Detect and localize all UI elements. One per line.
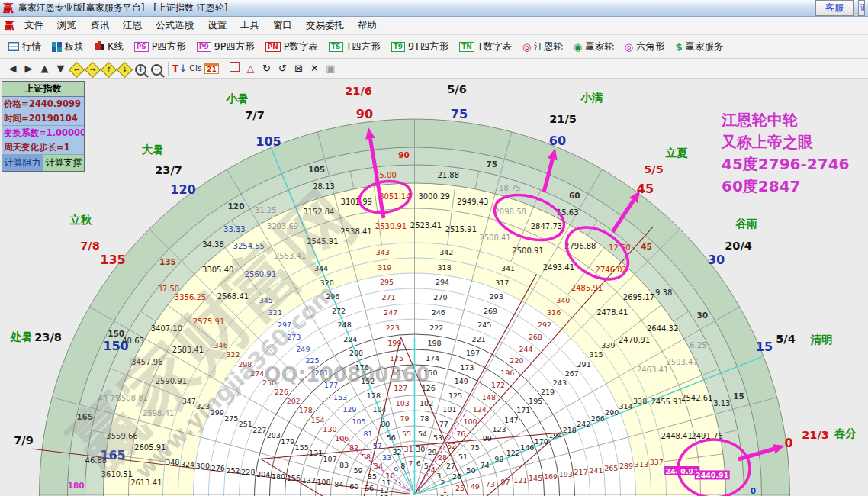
toolbar-item-t-table[interactable]: TNT数字表	[454, 35, 517, 58]
toolbar-item-gann-wheel[interactable]: ◎江恩轮	[517, 35, 568, 58]
svg-text:222: 222	[429, 324, 443, 332]
menu-工具[interactable]: 工具	[233, 19, 266, 32]
svg-text:218: 218	[563, 426, 577, 434]
menu-窗口[interactable]: 窗口	[266, 19, 299, 32]
tool-shift-up[interactable]: ↑	[101, 61, 117, 76]
svg-text:7/9: 7/9	[14, 434, 33, 446]
tool-nav-left[interactable]: ◀	[5, 61, 21, 76]
svg-text:立秋: 立秋	[69, 214, 93, 226]
svg-text:21/3: 21/3	[802, 429, 829, 441]
svg-text:276: 276	[211, 464, 225, 472]
menu-江恩[interactable]: 江恩	[116, 19, 149, 32]
toolbar-separator	[168, 62, 169, 76]
tool-nav-down[interactable]: ▼	[53, 61, 69, 76]
svg-text:150: 150	[108, 329, 124, 338]
svg-text:226: 226	[275, 388, 288, 396]
tool-box-x[interactable]: ⊠	[291, 61, 307, 76]
svg-text:266: 266	[591, 414, 605, 423]
tool-shift-left[interactable]: ←	[69, 61, 85, 76]
tool-screen[interactable]: ▣	[323, 61, 339, 76]
menu-交易委托[interactable]: 交易委托	[299, 19, 351, 32]
svg-text:169: 169	[544, 472, 558, 481]
tool-rotate-cw[interactable]: ↻	[259, 61, 275, 76]
menu-bar: 赢 文件浏览资讯江恩公式选股设置工具窗口交易委托帮助	[0, 17, 868, 35]
toolbar-item-p-square[interactable]: PSP四方形	[129, 35, 191, 58]
tool-cls[interactable]: Cls	[188, 61, 204, 76]
svg-text:29: 29	[427, 448, 436, 456]
tool-zoom-out[interactable]: −	[149, 61, 165, 76]
customer-service-button[interactable]: 客服	[815, 0, 854, 16]
toolbar-item-p-table[interactable]: PNP数字表	[260, 35, 323, 58]
tool-calendar[interactable]: 21	[204, 61, 220, 76]
svg-text:49: 49	[471, 482, 480, 491]
toolbar-item-winner-service[interactable]: $赢家服务	[670, 35, 728, 58]
svg-text:3: 3	[436, 472, 441, 480]
menu-设置[interactable]: 设置	[201, 19, 233, 32]
toolbar-item-9p-square[interactable]: P99P四方形	[191, 35, 260, 58]
svg-text:23/7: 23/7	[155, 164, 182, 176]
t-table-label: T数字表	[477, 40, 512, 53]
svg-text:290: 290	[605, 408, 619, 417]
toolbar-item-9t-square[interactable]: T99T四方形	[386, 35, 455, 58]
tool-nav-up[interactable]: ▲	[37, 61, 53, 76]
svg-text:265: 265	[604, 464, 618, 472]
svg-text:227: 227	[252, 426, 266, 434]
svg-text:228: 228	[241, 468, 255, 476]
tool-converge[interactable]: ✕	[307, 61, 323, 76]
9p-square-label: 9P四方形	[214, 40, 255, 53]
menu-文件[interactable]: 文件	[18, 19, 50, 32]
clipped-button[interactable]: 调	[858, 0, 865, 16]
menu-帮助[interactable]: 帮助	[351, 19, 384, 32]
toolbar-item-quotes[interactable]: 行情	[3, 35, 47, 58]
svg-text:194: 194	[548, 431, 562, 440]
svg-text:223: 223	[386, 324, 400, 332]
svg-text:2593.47: 2593.47	[666, 358, 697, 366]
tool-shift-down[interactable]: ↓	[117, 61, 133, 76]
tool-shift-right[interactable]: →	[85, 61, 101, 76]
svg-text:3.13: 3.13	[713, 399, 730, 407]
hexagon-label: 六角形	[636, 40, 665, 53]
toolbar-item-kline[interactable]: K线	[89, 35, 129, 58]
menu-浏览[interactable]: 浏览	[50, 19, 83, 32]
svg-text:173: 173	[460, 363, 474, 372]
svg-text:105: 105	[308, 165, 325, 174]
tool-shape-square[interactable]	[227, 61, 243, 76]
toolbar-item-t-square[interactable]: TST四方形	[323, 35, 386, 58]
p-table-icon: PN	[265, 42, 281, 52]
svg-text:大暑: 大暑	[142, 143, 164, 156]
svg-text:82: 82	[349, 443, 358, 452]
svg-text:55: 55	[402, 430, 411, 438]
svg-text:7/8: 7/8	[80, 240, 99, 252]
svg-text:6.25: 6.25	[690, 341, 706, 349]
menu-资讯[interactable]: 资讯	[83, 19, 116, 32]
svg-text:324: 324	[181, 460, 194, 469]
tool-zoom-in[interactable]: +	[133, 61, 149, 76]
svg-text:154: 154	[310, 416, 324, 424]
svg-text:56: 56	[387, 433, 396, 442]
svg-text:3051.14: 3051.14	[379, 192, 410, 201]
tool-shape-triangle[interactable]: △	[243, 61, 259, 76]
svg-text:197: 197	[466, 349, 480, 357]
svg-text:105: 105	[256, 134, 281, 149]
calc-resistance-button[interactable]: 计算阻力	[2, 155, 43, 171]
calc-support-button[interactable]: 计算支撑	[43, 155, 84, 171]
toolbar-item-sectors[interactable]: 板块	[47, 35, 89, 58]
svg-text:2746.02: 2746.02	[596, 266, 627, 274]
svg-text:2493.41: 2493.41	[543, 263, 574, 272]
svg-text:33: 33	[382, 453, 391, 462]
toolbar-item-winner-wheel[interactable]: ◉赢家轮	[568, 35, 619, 58]
svg-text:78: 78	[420, 414, 429, 423]
toolbar-item-hexagon[interactable]: ◎六角形	[619, 35, 670, 58]
tool-nav-right[interactable]: ▶	[21, 61, 37, 76]
svg-text:0: 0	[784, 436, 792, 450]
svg-text:8: 8	[400, 462, 405, 470]
tool-rotate-ccw[interactable]: ↺	[275, 61, 291, 76]
menu-公式选股[interactable]: 公式选股	[149, 19, 201, 32]
svg-text:122: 122	[506, 449, 520, 457]
tool-sort-time[interactable]: T↓	[172, 61, 188, 76]
svg-text:180: 180	[272, 472, 285, 481]
p-table-label: P数字表	[284, 40, 318, 53]
svg-text:170: 170	[535, 437, 548, 446]
svg-text:106: 106	[335, 434, 349, 443]
svg-text:QQ:100800360: QQ:100800360	[264, 363, 429, 386]
